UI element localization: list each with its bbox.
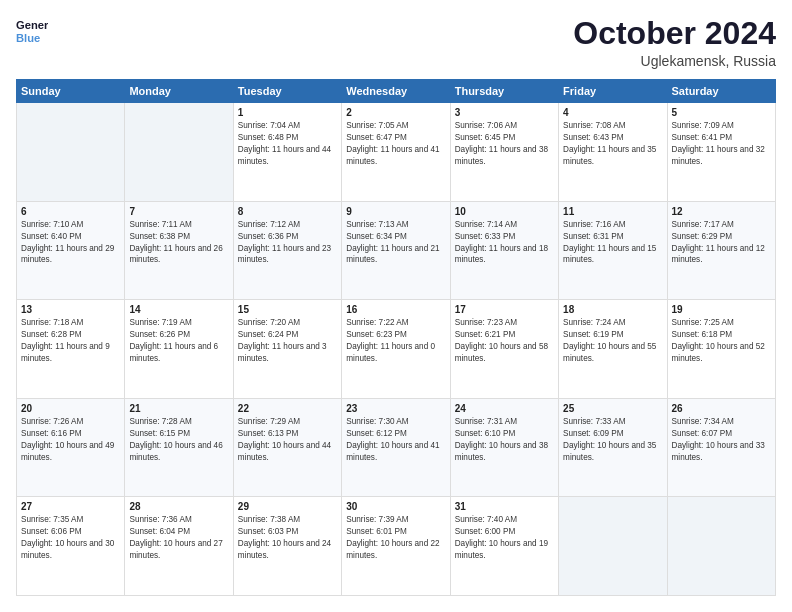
day-number: 20 — [21, 403, 120, 414]
calendar-cell — [125, 103, 233, 202]
day-number: 4 — [563, 107, 662, 118]
day-info: Sunrise: 7:30 AMSunset: 6:12 PMDaylight:… — [346, 416, 445, 464]
day-number: 16 — [346, 304, 445, 315]
subtitle: Uglekamensk, Russia — [573, 53, 776, 69]
day-number: 21 — [129, 403, 228, 414]
day-number: 14 — [129, 304, 228, 315]
page: GeneralBlue October 2024 Uglekamensk, Ru… — [0, 0, 792, 612]
calendar-header-row: Sunday Monday Tuesday Wednesday Thursday… — [17, 80, 776, 103]
calendar-cell: 17Sunrise: 7:23 AMSunset: 6:21 PMDayligh… — [450, 300, 558, 399]
day-info: Sunrise: 7:08 AMSunset: 6:43 PMDaylight:… — [563, 120, 662, 168]
svg-text:Blue: Blue — [16, 32, 40, 44]
day-info: Sunrise: 7:12 AMSunset: 6:36 PMDaylight:… — [238, 219, 337, 267]
col-sunday: Sunday — [17, 80, 125, 103]
day-number: 19 — [672, 304, 771, 315]
day-number: 12 — [672, 206, 771, 217]
day-number: 6 — [21, 206, 120, 217]
day-info: Sunrise: 7:16 AMSunset: 6:31 PMDaylight:… — [563, 219, 662, 267]
calendar-cell: 4Sunrise: 7:08 AMSunset: 6:43 PMDaylight… — [559, 103, 667, 202]
calendar-cell: 18Sunrise: 7:24 AMSunset: 6:19 PMDayligh… — [559, 300, 667, 399]
day-info: Sunrise: 7:26 AMSunset: 6:16 PMDaylight:… — [21, 416, 120, 464]
calendar-cell: 29Sunrise: 7:38 AMSunset: 6:03 PMDayligh… — [233, 497, 341, 596]
calendar-cell: 25Sunrise: 7:33 AMSunset: 6:09 PMDayligh… — [559, 398, 667, 497]
calendar-week-2: 6Sunrise: 7:10 AMSunset: 6:40 PMDaylight… — [17, 201, 776, 300]
day-info: Sunrise: 7:18 AMSunset: 6:28 PMDaylight:… — [21, 317, 120, 365]
calendar-cell: 31Sunrise: 7:40 AMSunset: 6:00 PMDayligh… — [450, 497, 558, 596]
calendar-cell: 20Sunrise: 7:26 AMSunset: 6:16 PMDayligh… — [17, 398, 125, 497]
day-info: Sunrise: 7:25 AMSunset: 6:18 PMDaylight:… — [672, 317, 771, 365]
calendar-cell: 23Sunrise: 7:30 AMSunset: 6:12 PMDayligh… — [342, 398, 450, 497]
day-info: Sunrise: 7:17 AMSunset: 6:29 PMDaylight:… — [672, 219, 771, 267]
day-info: Sunrise: 7:28 AMSunset: 6:15 PMDaylight:… — [129, 416, 228, 464]
day-number: 17 — [455, 304, 554, 315]
day-info: Sunrise: 7:06 AMSunset: 6:45 PMDaylight:… — [455, 120, 554, 168]
day-info: Sunrise: 7:13 AMSunset: 6:34 PMDaylight:… — [346, 219, 445, 267]
day-number: 31 — [455, 501, 554, 512]
day-info: Sunrise: 7:33 AMSunset: 6:09 PMDaylight:… — [563, 416, 662, 464]
day-number: 2 — [346, 107, 445, 118]
calendar-week-5: 27Sunrise: 7:35 AMSunset: 6:06 PMDayligh… — [17, 497, 776, 596]
day-number: 24 — [455, 403, 554, 414]
calendar-cell: 3Sunrise: 7:06 AMSunset: 6:45 PMDaylight… — [450, 103, 558, 202]
day-info: Sunrise: 7:11 AMSunset: 6:38 PMDaylight:… — [129, 219, 228, 267]
day-info: Sunrise: 7:38 AMSunset: 6:03 PMDaylight:… — [238, 514, 337, 562]
day-number: 13 — [21, 304, 120, 315]
calendar-cell: 11Sunrise: 7:16 AMSunset: 6:31 PMDayligh… — [559, 201, 667, 300]
calendar-cell: 13Sunrise: 7:18 AMSunset: 6:28 PMDayligh… — [17, 300, 125, 399]
day-number: 10 — [455, 206, 554, 217]
calendar-cell: 26Sunrise: 7:34 AMSunset: 6:07 PMDayligh… — [667, 398, 775, 497]
col-thursday: Thursday — [450, 80, 558, 103]
day-number: 25 — [563, 403, 662, 414]
main-title: October 2024 — [573, 16, 776, 51]
calendar-cell: 22Sunrise: 7:29 AMSunset: 6:13 PMDayligh… — [233, 398, 341, 497]
day-number: 3 — [455, 107, 554, 118]
logo-icon: GeneralBlue — [16, 16, 48, 48]
calendar-cell: 9Sunrise: 7:13 AMSunset: 6:34 PMDaylight… — [342, 201, 450, 300]
day-info: Sunrise: 7:04 AMSunset: 6:48 PMDaylight:… — [238, 120, 337, 168]
calendar-cell: 19Sunrise: 7:25 AMSunset: 6:18 PMDayligh… — [667, 300, 775, 399]
day-info: Sunrise: 7:36 AMSunset: 6:04 PMDaylight:… — [129, 514, 228, 562]
calendar-cell: 16Sunrise: 7:22 AMSunset: 6:23 PMDayligh… — [342, 300, 450, 399]
day-info: Sunrise: 7:24 AMSunset: 6:19 PMDaylight:… — [563, 317, 662, 365]
day-number: 18 — [563, 304, 662, 315]
day-info: Sunrise: 7:40 AMSunset: 6:00 PMDaylight:… — [455, 514, 554, 562]
day-info: Sunrise: 7:10 AMSunset: 6:40 PMDaylight:… — [21, 219, 120, 267]
calendar-cell: 28Sunrise: 7:36 AMSunset: 6:04 PMDayligh… — [125, 497, 233, 596]
day-number: 30 — [346, 501, 445, 512]
day-number: 22 — [238, 403, 337, 414]
col-monday: Monday — [125, 80, 233, 103]
day-number: 27 — [21, 501, 120, 512]
calendar-cell — [559, 497, 667, 596]
calendar-cell: 24Sunrise: 7:31 AMSunset: 6:10 PMDayligh… — [450, 398, 558, 497]
calendar-cell: 2Sunrise: 7:05 AMSunset: 6:47 PMDaylight… — [342, 103, 450, 202]
col-friday: Friday — [559, 80, 667, 103]
day-info: Sunrise: 7:29 AMSunset: 6:13 PMDaylight:… — [238, 416, 337, 464]
col-tuesday: Tuesday — [233, 80, 341, 103]
day-info: Sunrise: 7:19 AMSunset: 6:26 PMDaylight:… — [129, 317, 228, 365]
day-info: Sunrise: 7:23 AMSunset: 6:21 PMDaylight:… — [455, 317, 554, 365]
day-info: Sunrise: 7:09 AMSunset: 6:41 PMDaylight:… — [672, 120, 771, 168]
day-info: Sunrise: 7:14 AMSunset: 6:33 PMDaylight:… — [455, 219, 554, 267]
calendar-cell: 27Sunrise: 7:35 AMSunset: 6:06 PMDayligh… — [17, 497, 125, 596]
day-number: 26 — [672, 403, 771, 414]
calendar-cell — [17, 103, 125, 202]
calendar-week-1: 1Sunrise: 7:04 AMSunset: 6:48 PMDaylight… — [17, 103, 776, 202]
day-number: 1 — [238, 107, 337, 118]
calendar-cell — [667, 497, 775, 596]
calendar-cell: 7Sunrise: 7:11 AMSunset: 6:38 PMDaylight… — [125, 201, 233, 300]
calendar-cell: 21Sunrise: 7:28 AMSunset: 6:15 PMDayligh… — [125, 398, 233, 497]
title-block: October 2024 Uglekamensk, Russia — [573, 16, 776, 69]
header: GeneralBlue October 2024 Uglekamensk, Ru… — [16, 16, 776, 69]
calendar-cell: 5Sunrise: 7:09 AMSunset: 6:41 PMDaylight… — [667, 103, 775, 202]
calendar-cell: 30Sunrise: 7:39 AMSunset: 6:01 PMDayligh… — [342, 497, 450, 596]
calendar-cell: 15Sunrise: 7:20 AMSunset: 6:24 PMDayligh… — [233, 300, 341, 399]
day-info: Sunrise: 7:39 AMSunset: 6:01 PMDaylight:… — [346, 514, 445, 562]
day-info: Sunrise: 7:34 AMSunset: 6:07 PMDaylight:… — [672, 416, 771, 464]
logo: GeneralBlue — [16, 16, 48, 48]
day-number: 29 — [238, 501, 337, 512]
day-number: 23 — [346, 403, 445, 414]
calendar-week-3: 13Sunrise: 7:18 AMSunset: 6:28 PMDayligh… — [17, 300, 776, 399]
day-number: 5 — [672, 107, 771, 118]
day-info: Sunrise: 7:22 AMSunset: 6:23 PMDaylight:… — [346, 317, 445, 365]
day-info: Sunrise: 7:31 AMSunset: 6:10 PMDaylight:… — [455, 416, 554, 464]
